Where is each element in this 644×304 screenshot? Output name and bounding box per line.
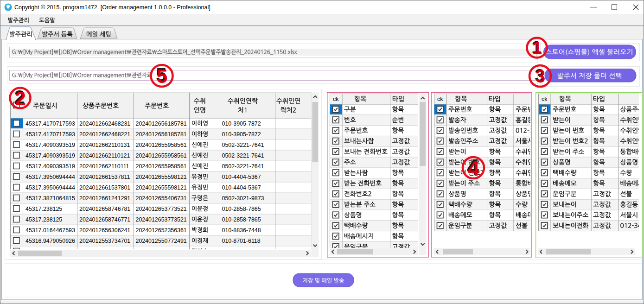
- svg-text:2024012553734701: 2024012553734701: [79, 238, 130, 244]
- svg-text:2024012653773521: 2024012653773521: [136, 216, 187, 223]
- svg-text:2024012550772491: 2024012550772491: [136, 238, 187, 244]
- svg-text:45317.4170717593: 45317.4170717593: [26, 131, 75, 138]
- svg-text:45317.4090393519: 45317.4090393519: [26, 163, 75, 170]
- svg-text:2024012655598121: 2024012655598121: [136, 184, 187, 191]
- svg-text:45317.4170717593: 45317.4170717593: [26, 120, 75, 127]
- svg-text:Copyright © 2015. program1472.: Copyright © 2015. program1472. [Order ma…: [14, 4, 210, 11]
- svg-text:2024012661241291: 2024012661241291: [79, 195, 130, 202]
- svg-text:2024012662468221: 2024012662468221: [79, 131, 130, 138]
- svg-text:ck: ck: [542, 96, 548, 102]
- svg-text:2024012655598121: 2024012655598121: [136, 174, 187, 180]
- svg-text:010-2858-7865: 010-2858-7865: [222, 216, 261, 223]
- svg-text:010-3905-7872: 010-3905-7872: [222, 120, 261, 127]
- svg-text:2024012655958561: 2024012655958561: [136, 163, 187, 170]
- svg-text:45317.3950694444: 45317.3950694444: [26, 174, 75, 180]
- svg-text:2024012656185781: 2024012656185781: [136, 120, 187, 127]
- svg-text:010-8836-7448: 010-8836-7448: [222, 227, 261, 234]
- svg-text:45317.0164467593: 45317.0164467593: [26, 227, 75, 234]
- svg-text:ck: ck: [333, 96, 339, 102]
- svg-text:010-4404-5367: 010-4404-5367: [222, 184, 261, 191]
- svg-text:45317.3871064815: 45317.3871064815: [26, 195, 75, 202]
- svg-text:2024012655958561: 2024012655958561: [136, 142, 187, 148]
- svg-text:2024012662110121: 2024012662110121: [79, 152, 130, 159]
- svg-text:2024012661537811: 2024012661537811: [79, 174, 130, 180]
- svg-text:2024012656185781: 2024012656185781: [136, 131, 187, 138]
- svg-text:2024012655406731: 2024012655406731: [136, 195, 187, 202]
- svg-text:2024012656306241: 2024012656306241: [79, 227, 130, 234]
- svg-text:010-2858-7865: 010-2858-7865: [222, 206, 261, 212]
- svg-text:010-8701-6118: 010-8701-6118: [222, 238, 261, 244]
- svg-text:2024012662110111: 2024012662110111: [79, 163, 129, 170]
- svg-text:2: 2: [15, 88, 26, 109]
- svg-text:4: 4: [468, 156, 480, 180]
- svg-text:0502-3221-7641: 0502-3221-7641: [222, 163, 264, 170]
- svg-text:2024012661537801: 2024012661537801: [79, 184, 130, 191]
- svg-text:010-3905-7872: 010-3905-7872: [222, 131, 261, 138]
- svg-text:45317.238125: 45317.238125: [26, 206, 62, 212]
- svg-text:5: 5: [157, 65, 167, 87]
- svg-text:45317.4090393519: 45317.4090393519: [26, 142, 75, 148]
- svg-text:0502-3021-9873: 0502-3021-9873: [222, 195, 264, 202]
- svg-text:2024012655958561: 2024012655958561: [136, 152, 187, 159]
- svg-text:010-4404-5367: 010-4404-5367: [222, 174, 261, 180]
- svg-text:2024012653773521: 2024012653773521: [136, 206, 187, 212]
- svg-text:0502-3221-7641: 0502-3221-7641: [222, 152, 264, 159]
- svg-text:45316.9479050926: 45316.9479050926: [26, 238, 75, 244]
- svg-text:2024012658746781: 2024012658746781: [79, 206, 130, 212]
- svg-text:2024012662110131: 2024012662110131: [79, 142, 130, 148]
- svg-text:ck: ck: [437, 96, 443, 102]
- svg-text:1: 1: [532, 38, 542, 58]
- svg-text:2024012652356361: 2024012652356361: [136, 227, 187, 234]
- svg-text:3: 3: [536, 67, 545, 86]
- svg-text:0502-3221-7641: 0502-3221-7641: [222, 142, 264, 148]
- svg-text:45317.3950694444: 45317.3950694444: [26, 184, 75, 191]
- svg-text:2024012662468231: 2024012662468231: [79, 120, 130, 127]
- svg-text:45317.238125: 45317.238125: [26, 216, 62, 223]
- svg-text:2024012658746771: 2024012658746771: [79, 216, 130, 223]
- svg-text:45317.4090393519: 45317.4090393519: [26, 152, 75, 159]
